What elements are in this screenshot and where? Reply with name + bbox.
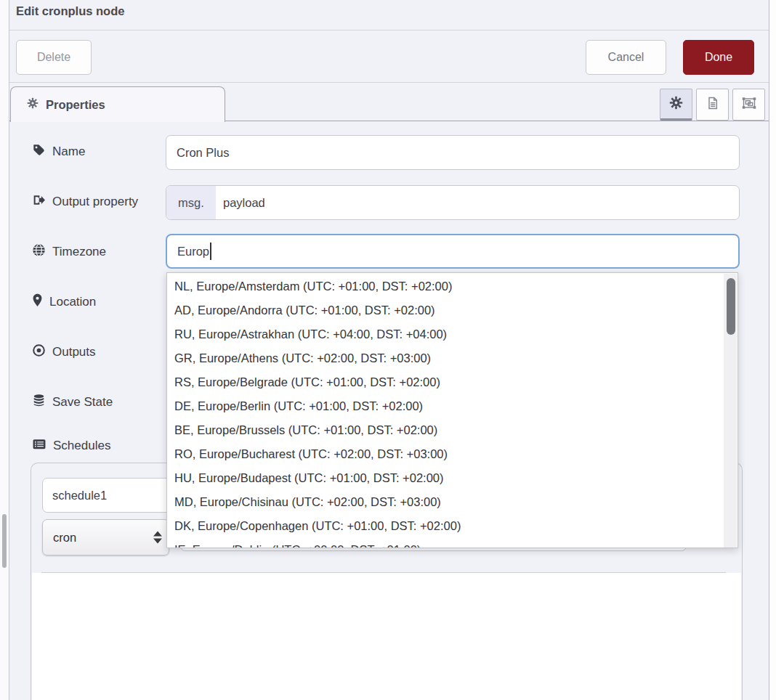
dropdown-scrollbar-thumb[interactable] (727, 278, 735, 335)
document-icon (706, 96, 720, 113)
edit-cronplus-dialog: Edit cronplus node Delete Cancel Done Pr… (0, 0, 776, 700)
gear-icon (27, 97, 39, 112)
schedules-detail-area (32, 573, 741, 700)
timezone-dropdown-list: NL, Europe/Amsterdam (UTC: +01:00, DST: … (167, 274, 723, 548)
timezone-input[interactable]: Europ (166, 234, 740, 269)
timezone-dropdown: NL, Europe/Amsterdam (UTC: +01:00, DST: … (166, 272, 738, 548)
schedule-type-value: cron (53, 531, 76, 545)
dropdown-item[interactable]: RS, Europe/Belgrade (UTC: +01:00, DST: +… (167, 370, 723, 394)
output-property-value: payload (216, 196, 265, 210)
cancel-button[interactable]: Cancel (586, 40, 666, 75)
dropdown-item[interactable]: BE, Europe/Brussels (UTC: +01:00, DST: +… (167, 418, 723, 442)
msg-prefix-button[interactable]: msg. (166, 186, 216, 219)
select-stepper-icon (153, 532, 162, 544)
dropdown-item[interactable]: DE, Europe/Berlin (UTC: +01:00, DST: +02… (167, 394, 723, 418)
sign-out-icon (32, 193, 46, 211)
done-button[interactable]: Done (683, 40, 754, 75)
timezone-label: Timezone (32, 243, 106, 261)
tab-button-description[interactable] (696, 89, 729, 121)
dropdown-item[interactable]: RU, Europe/Astrakhan (UTC: +04:00, DST: … (167, 322, 723, 346)
dialog-title: Edit cronplus node (16, 4, 124, 18)
dropdown-item[interactable]: HU, Europe/Budapest (UTC: +01:00, DST: +… (167, 466, 723, 490)
dot-circle-icon (32, 343, 46, 361)
workspace-left-edge (0, 0, 9, 700)
object-group-icon (741, 95, 757, 114)
list-alt-icon (32, 437, 47, 455)
workspace-right-edge (769, 0, 776, 700)
outputs-label: Outputs (32, 343, 96, 361)
output-property-input[interactable]: msg. payload (166, 185, 740, 220)
map-marker-icon (32, 293, 43, 311)
name-input[interactable] (166, 135, 740, 170)
left-scrollbar-thumb[interactable] (2, 514, 7, 568)
dropdown-item[interactable]: AD, Europe/Andorra (UTC: +01:00, DST: +0… (167, 298, 723, 322)
tab-properties-label: Properties (46, 98, 105, 112)
dialog-titlebar: Edit cronplus node (9, 0, 769, 30)
dropdown-item[interactable]: MD, Europe/Chisinau (UTC: +02:00, DST: +… (167, 490, 723, 514)
dropdown-item[interactable]: IE, Europe/Dublin (UTC: +00:00, DST: +01… (167, 538, 723, 548)
location-label: Location (32, 293, 96, 311)
globe-icon (32, 243, 46, 261)
database-icon (32, 394, 46, 411)
dropdown-item[interactable]: GR, Europe/Athens (UTC: +02:00, DST: +03… (167, 346, 723, 370)
dropdown-item[interactable]: NL, Europe/Amsterdam (UTC: +01:00, DST: … (167, 274, 723, 298)
text-caret (210, 243, 211, 260)
tag-icon (32, 143, 46, 160)
dropdown-item[interactable]: RO, Europe/Bucharest (UTC: +02:00, DST: … (167, 442, 723, 466)
schedules-label: Schedules (32, 437, 110, 455)
name-label: Name (32, 143, 85, 160)
output-property-label: Output property (32, 193, 138, 211)
schedule-type-select[interactable]: cron (42, 519, 169, 555)
tab-button-appearance[interactable] (732, 89, 765, 121)
delete-button[interactable]: Delete (16, 40, 92, 75)
tab-properties[interactable]: Properties (10, 86, 225, 122)
tab-button-properties[interactable] (660, 89, 692, 121)
gear-icon (669, 96, 683, 113)
save-state-label: Save State (32, 394, 113, 411)
dropdown-item[interactable]: DK, Europe/Copenhagen (UTC: +01:00, DST:… (167, 514, 723, 538)
timezone-input-value: Europ (177, 245, 209, 259)
